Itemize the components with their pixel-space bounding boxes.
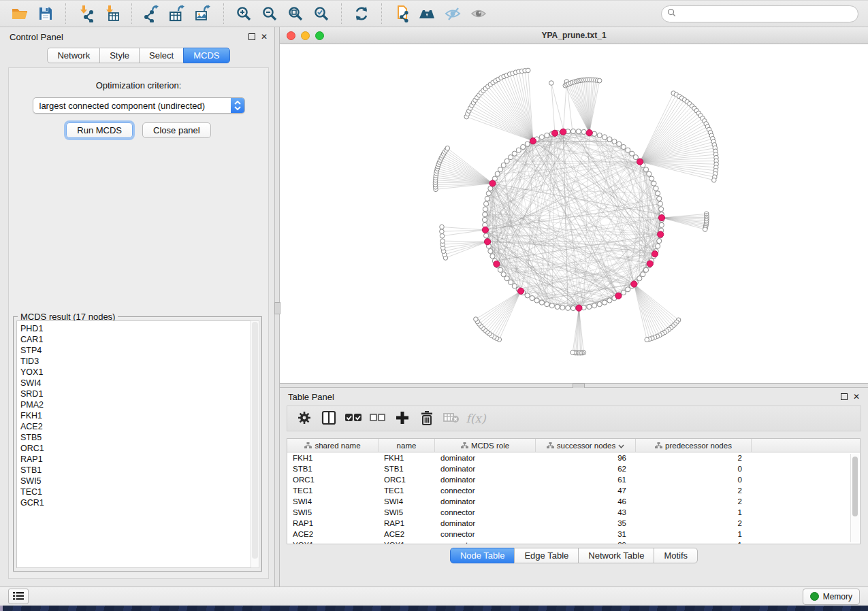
refresh-layout-button[interactable] <box>349 3 374 24</box>
tab-style[interactable]: Style <box>99 48 140 63</box>
table-row-TEC1[interactable]: TEC1TEC1connector472 <box>287 485 860 496</box>
task-history-button[interactable] <box>8 589 29 604</box>
close-panel-icon[interactable]: ✕ <box>261 33 268 41</box>
table-row-STB1[interactable]: STB1STB1dominator620 <box>287 463 860 474</box>
network-window-titlebar[interactable]: YPA_prune.txt_1 <box>280 27 868 44</box>
hide-details-icon <box>444 6 463 21</box>
table-scrollbar[interactable] <box>850 454 859 542</box>
deselect-all-columns-button[interactable] <box>368 408 388 429</box>
tab-edge-table[interactable]: Edge Table <box>514 548 579 563</box>
cell-MCDS-role: dominator <box>435 476 536 484</box>
table-toolbar: f(x) <box>287 406 861 431</box>
export-table-button[interactable] <box>165 3 191 24</box>
open-file-button[interactable] <box>7 3 33 24</box>
horizontal-splitter[interactable] <box>280 383 868 388</box>
mcds-result-item[interactable]: SWI4 <box>20 378 251 389</box>
mcds-result-list[interactable]: PHD1CAR1STP4TID3YOX1SWI4SRD1PMA2FKH1ACE2… <box>16 320 251 568</box>
share-network-file-icon <box>393 5 411 22</box>
mcds-result-item[interactable]: YOX1 <box>20 367 251 378</box>
mcds-result-item[interactable]: TEC1 <box>20 486 251 497</box>
mcds-result-item[interactable]: PMA2 <box>20 399 251 410</box>
mcds-result-item[interactable]: ACE2 <box>20 421 251 432</box>
vertical-splitter-handle[interactable] <box>274 302 280 314</box>
vertical-splitter[interactable] <box>274 27 280 587</box>
cell-predecessor-nodes: 1 <box>636 541 752 544</box>
zoom-out-button[interactable] <box>257 3 283 24</box>
mcds-result-item[interactable]: STB1 <box>20 465 251 476</box>
hide-details-button[interactable] <box>440 3 466 24</box>
add-column-button[interactable] <box>392 408 413 429</box>
optimization-criterion-dropdown[interactable]: largest connected component (undirected) <box>33 97 245 114</box>
network-graph[interactable] <box>280 44 868 383</box>
tab-mcds[interactable]: MCDS <box>183 48 229 63</box>
find-network-button[interactable] <box>415 3 440 24</box>
share-network-file-button[interactable] <box>389 3 415 24</box>
close-table-panel-icon[interactable]: ✕ <box>853 393 860 401</box>
select-all-columns-button[interactable] <box>343 408 364 429</box>
table-row-ORC1[interactable]: ORC1ORC1dominator610 <box>287 474 860 485</box>
mcds-result-item[interactable]: ORC1 <box>20 443 251 454</box>
column-label: MCDS role <box>471 442 509 450</box>
mcds-result-item[interactable]: STP4 <box>20 345 251 356</box>
search-input[interactable] <box>679 8 852 19</box>
mcds-result-item[interactable]: FKH1 <box>20 410 251 421</box>
table-panel: Table Panel ✕ f(x) shared namenameMCDS r… <box>280 388 868 587</box>
mcds-result-item[interactable]: TID3 <box>20 356 251 367</box>
task-list-icon <box>13 591 24 603</box>
zoom-in-button[interactable] <box>231 3 257 24</box>
network-canvas[interactable] <box>280 44 868 383</box>
column-header-shared-name[interactable]: shared name <box>287 439 379 452</box>
column-header-successor-nodes[interactable]: successor nodes <box>536 439 636 452</box>
zoom-fit-button[interactable] <box>283 3 308 24</box>
cell-MCDS-role: dominator <box>435 465 536 473</box>
tab-motifs[interactable]: Motifs <box>654 548 698 563</box>
node-attribute-icon <box>461 442 468 450</box>
column-header-MCDS-role[interactable]: MCDS role <box>435 439 536 452</box>
table-scrollbar-thumb[interactable] <box>852 457 858 516</box>
import-table-button[interactable] <box>99 3 125 24</box>
zoom-selected-icon <box>313 5 329 22</box>
toolbar-group <box>224 3 342 24</box>
mcds-result-item[interactable]: GCR1 <box>20 497 251 508</box>
table-row-YOX1[interactable]: YOX1YOX1connector291 <box>287 540 860 544</box>
table-settings-gear-button[interactable] <box>294 408 315 429</box>
result-scrollbar[interactable] <box>251 320 259 568</box>
search-box[interactable] <box>661 5 858 22</box>
table-row-FKH1[interactable]: FKH1FKH1dominator962 <box>287 452 860 463</box>
export-network-button[interactable] <box>139 3 165 24</box>
float-table-panel-icon[interactable] <box>841 393 848 400</box>
column-header-name[interactable]: name <box>379 439 435 452</box>
mcds-result-item[interactable]: CAR1 <box>20 334 251 345</box>
mcds-result-item[interactable]: STB5 <box>20 432 251 443</box>
export-image-button[interactable] <box>191 3 216 24</box>
zoom-selected-button[interactable] <box>308 3 334 24</box>
show-details-button[interactable] <box>466 3 492 24</box>
cell-shared-name: ORC1 <box>287 476 379 484</box>
import-network-button[interactable] <box>73 3 99 24</box>
memory-status-icon <box>810 592 819 601</box>
mcds-result-item[interactable]: SRD1 <box>20 389 251 399</box>
mcds-result-item[interactable]: PHD1 <box>20 323 251 334</box>
cell-name: SWI4 <box>379 497 435 506</box>
delete-column-button[interactable] <box>417 408 437 429</box>
tab-network-table[interactable]: Network Table <box>578 548 654 563</box>
export-network-icon <box>143 5 161 22</box>
table-row-SWI4[interactable]: SWI4SWI4dominator462 <box>287 496 860 507</box>
column-header-predecessor-nodes[interactable]: predecessor nodes <box>636 439 752 452</box>
float-panel-icon[interactable] <box>248 33 255 40</box>
mcds-result-item[interactable]: SWI5 <box>20 476 251 486</box>
memory-button[interactable]: Memory <box>803 589 860 605</box>
cell-name: STB1 <box>379 465 435 473</box>
save-session-button[interactable] <box>33 3 59 24</box>
table-row-SWI5[interactable]: SWI5SWI5connector431 <box>287 507 860 518</box>
close-panel-button[interactable]: Close panel <box>142 122 211 138</box>
table-row-ACE2[interactable]: ACE2ACE2connector311 <box>287 529 860 540</box>
mcds-result-item[interactable]: RAP1 <box>20 454 251 465</box>
split-columns-button[interactable] <box>319 408 339 429</box>
run-mcds-button[interactable]: Run MCDS <box>66 122 133 138</box>
cytoscape-window: Control Panel ✕ NetworkStyleSelectMCDS O… <box>0 0 868 606</box>
tab-node-table[interactable]: Node Table <box>450 548 515 563</box>
tab-network[interactable]: Network <box>47 48 100 63</box>
tab-select[interactable]: Select <box>139 48 184 63</box>
table-row-RAP1[interactable]: RAP1RAP1dominator352 <box>287 518 860 529</box>
